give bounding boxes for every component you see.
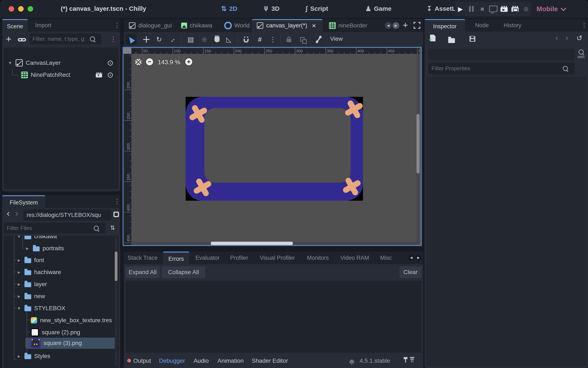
- workspace-3d[interactable]: ⋔ 3D: [263, 5, 280, 13]
- tab-canvas-layer-active[interactable]: canvas_layer(*) ×: [256, 19, 316, 32]
- clapper-icon[interactable]: [96, 72, 102, 77]
- tab-visual-profiler[interactable]: Visual Profiler: [258, 251, 297, 264]
- zoom-in-button[interactable]: +: [185, 58, 193, 66]
- skeleton-button[interactable]: [313, 34, 324, 45]
- filter-properties-input[interactable]: [431, 65, 563, 72]
- tab-world[interactable]: World: [224, 19, 250, 32]
- tab-inspector[interactable]: Inspector: [425, 19, 465, 33]
- canvas-vscrollbar[interactable]: [416, 114, 419, 174]
- search-docs-button[interactable]: DOC: [578, 49, 585, 59]
- filetree-scrollbar[interactable]: [115, 251, 118, 281]
- tab-stack-trace[interactable]: Stack Trace: [126, 251, 159, 264]
- canvas-hscrollbar[interactable]: [211, 242, 293, 245]
- edit-history-button[interactable]: ↺: [576, 34, 582, 42]
- bottom-panel-shader-editor[interactable]: Shader Editor: [252, 358, 288, 364]
- move-tool-button[interactable]: [141, 34, 152, 45]
- file-row-stylebox[interactable]: ▾ STYLEBOX: [17, 302, 116, 314]
- scene-filter-input[interactable]: [32, 36, 90, 42]
- tab-nineborder[interactable]: nineBorder: [329, 19, 367, 32]
- inspector-menu-button[interactable]: ⋮: [581, 21, 588, 29]
- tab-chiikawa[interactable]: chiikawa: [181, 19, 212, 32]
- collapse-all-button[interactable]: Collapse All: [162, 266, 205, 278]
- center-view-button[interactable]: [134, 58, 142, 67]
- smart-snap-button[interactable]: [240, 34, 252, 45]
- scene-dock-menu-button[interactable]: ⋮: [114, 21, 120, 29]
- stop-button[interactable]: ■: [477, 5, 488, 12]
- tab-import[interactable]: Import: [32, 19, 55, 32]
- rotate-tool-button[interactable]: ↻: [153, 34, 165, 45]
- visibility-icon[interactable]: ⊙: [107, 58, 113, 67]
- debugger-tabs-back[interactable]: ◀: [408, 255, 415, 261]
- file-row-square3-selected[interactable]: square (3).png: [31, 337, 116, 349]
- scene-tree-menu-button[interactable]: ⋮: [110, 36, 117, 43]
- path-input[interactable]: [26, 212, 109, 219]
- workspace-2d[interactable]: ⇅ 2D: [221, 5, 237, 13]
- raise-panel-icon[interactable]: ⇈: [410, 357, 415, 363]
- viewport-2d[interactable]: 50 100 150 200 250 300 350 400 450 500 2…: [123, 47, 422, 246]
- window-maximize-button[interactable]: [28, 6, 33, 12]
- tab-node[interactable]: Node: [471, 19, 492, 32]
- select-tool-button[interactable]: [125, 34, 137, 45]
- load-resource-button[interactable]: [448, 38, 455, 43]
- instance-scene-button[interactable]: [18, 36, 26, 45]
- file-row-font[interactable]: ▸ font: [17, 254, 116, 266]
- tab-dialogue-gui[interactable]: dialogue_gui: [129, 19, 172, 32]
- tab-filesystem[interactable]: FileSystem: [2, 195, 45, 209]
- clear-button[interactable]: Clear: [399, 266, 422, 278]
- list-select-button[interactable]: ▤: [185, 34, 196, 45]
- pin-panel-icon[interactable]: [405, 359, 406, 362]
- scale-tool-button[interactable]: ↔: [166, 34, 178, 45]
- lock-button[interactable]: [283, 34, 295, 45]
- sort-files-icon[interactable]: ⇅: [110, 224, 115, 231]
- workspace-script[interactable]: ʃ Script: [305, 5, 328, 12]
- close-tab-icon[interactable]: ×: [312, 21, 316, 30]
- next-tab-button[interactable]: ▶: [392, 22, 399, 29]
- scene-tree-row-canvaslayer[interactable]: ▾ CanvasLayer ⊙: [8, 57, 115, 69]
- tab-evaluator[interactable]: Evaluator: [194, 251, 221, 264]
- file-row-layer[interactable]: ▸ layer: [17, 278, 116, 290]
- debugger-tabs-forward[interactable]: ▶: [415, 255, 422, 261]
- expand-viewport-button[interactable]: [413, 21, 421, 30]
- filesystem-menu-button[interactable]: ⋮: [114, 198, 120, 205]
- ruler-tool-button[interactable]: ◺: [223, 34, 235, 45]
- zoom-out-button[interactable]: −: [145, 58, 154, 66]
- expand-all-button[interactable]: Expand All: [126, 266, 160, 278]
- bottom-panel-audio[interactable]: Audio: [194, 358, 209, 364]
- file-row-square2[interactable]: square (2).png: [31, 326, 116, 338]
- file-row-hachiware[interactable]: ▸ hachiware: [17, 266, 116, 278]
- file-row-styles[interactable]: ▸ Styles: [17, 350, 116, 362]
- split-view-icon[interactable]: [113, 212, 119, 217]
- tab-profiler[interactable]: Profiler: [229, 251, 250, 264]
- nav-forward-button[interactable]: ›: [15, 208, 18, 218]
- scene-tree-row-ninepatchrect[interactable]: NinePatchRect ⊙: [21, 69, 115, 81]
- file-row-new[interactable]: ▸ new: [17, 290, 116, 302]
- file-row-chiikawa[interactable]: ▾ chiikawa: [17, 236, 116, 242]
- play-button[interactable]: ▶: [455, 5, 466, 13]
- history-forward-button[interactable]: ›: [565, 33, 568, 42]
- collapse-icon[interactable]: ▾: [8, 60, 13, 66]
- canvas[interactable]: − 143.9 % +: [131, 54, 420, 245]
- prev-tab-button[interactable]: ◀: [385, 22, 392, 29]
- bottom-panel-output[interactable]: Output: [133, 358, 151, 364]
- play-custom-scene-button[interactable]: [510, 6, 521, 12]
- pause-button[interactable]: [466, 6, 477, 12]
- history-back-button[interactable]: ‹: [555, 33, 558, 42]
- snap-options-button[interactable]: ⋮: [267, 34, 279, 45]
- window-minimize-button[interactable]: [18, 6, 24, 12]
- grid-snap-button[interactable]: #: [254, 34, 265, 45]
- tab-video-ram[interactable]: Video RAM: [339, 251, 370, 264]
- tab-scene[interactable]: Scene: [2, 19, 28, 33]
- add-node-button[interactable]: +: [6, 34, 11, 44]
- pivot-tool-button[interactable]: ⊕: [199, 34, 210, 45]
- play-remote-button[interactable]: [488, 6, 499, 12]
- window-close-button[interactable]: [9, 6, 14, 12]
- movie-maker-button[interactable]: ⊛: [521, 5, 532, 13]
- group-button[interactable]: [297, 34, 308, 45]
- pan-tool-button[interactable]: [211, 34, 223, 45]
- play-current-scene-button[interactable]: [498, 6, 510, 12]
- zoom-level[interactable]: 143.9 %: [158, 59, 180, 66]
- tab-monitors[interactable]: Monitors: [305, 251, 330, 264]
- new-resource-button[interactable]: [430, 35, 435, 41]
- view-menu-button[interactable]: View: [330, 36, 343, 42]
- file-row-portraits[interactable]: ▸ portraits: [25, 242, 116, 254]
